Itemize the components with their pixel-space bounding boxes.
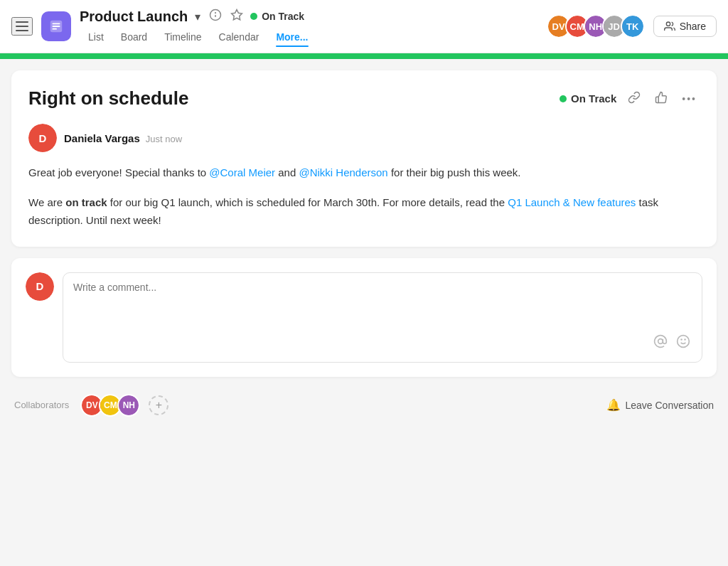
post-paragraph-2: We are on track for our big Q1 launch, w… (28, 193, 700, 230)
project-title: Product Launch (80, 9, 188, 25)
share-icon (664, 21, 675, 32)
tab-list[interactable]: List (80, 28, 112, 46)
post-status: On Track (560, 92, 616, 105)
more-options-icon[interactable]: ••• (679, 92, 700, 105)
mention-nikki-henderson[interactable]: @Nikki Henderson (299, 166, 387, 178)
header-right: DV CM NH JD TK Share (547, 14, 717, 38)
post-actions: On Track ••• (560, 90, 700, 107)
tab-more[interactable]: More... (267, 28, 316, 46)
like-icon[interactable] (652, 90, 670, 107)
svg-point-10 (678, 335, 690, 347)
post-paragraph-1: Great job everyone! Special thanks to @C… (28, 164, 700, 182)
post-body: Great job everyone! Special thanks to @C… (28, 164, 700, 230)
app-header: Product Launch ▾ On Track List B (0, 0, 728, 53)
nav-tabs: List Board Timeline Calendar More... (80, 28, 538, 46)
svg-point-9 (658, 338, 663, 343)
share-label: Share (680, 21, 706, 32)
svg-rect-1 (53, 23, 60, 24)
comment-card: D (11, 258, 717, 377)
q1-launch-link[interactable]: Q1 Launch & New features (508, 196, 636, 208)
post-header: Right on schedule On Track (28, 87, 700, 110)
add-collaborator-button[interactable]: + (149, 395, 168, 415)
progress-bar (0, 53, 728, 59)
comment-input-wrapper (63, 272, 702, 363)
leave-label: Leave Conversation (625, 400, 714, 411)
star-icon[interactable] (229, 7, 245, 26)
link-icon[interactable] (625, 90, 643, 107)
svg-point-8 (666, 22, 670, 26)
main-content: Right on schedule On Track (0, 59, 728, 434)
bell-icon: 🔔 (606, 398, 621, 412)
status-label: On Track (262, 11, 304, 22)
comment-input[interactable] (73, 282, 692, 327)
info-icon[interactable] (208, 7, 223, 26)
footer-row: Collaborators DV CM NH + 🔔 Leave Convers… (11, 388, 717, 422)
collaborators-section: Collaborators DV CM NH + (14, 394, 168, 417)
svg-marker-7 (232, 10, 242, 20)
author-row: D Daniela Vargas Just now (28, 124, 700, 152)
emoji-icon[interactable] (675, 333, 692, 353)
author-name: Daniela Vargas (64, 132, 140, 144)
comment-icon-row (73, 327, 692, 353)
app-logo (41, 11, 71, 41)
svg-rect-3 (53, 28, 57, 30)
bold-on-track: on track (65, 196, 107, 208)
post-status-dot (560, 95, 567, 102)
header-top-row: Product Launch ▾ On Track (80, 7, 538, 26)
svg-rect-2 (53, 26, 60, 27)
collab-avatar: NH (117, 394, 140, 417)
leave-conversation-button[interactable]: 🔔 Leave Conversation (606, 398, 714, 412)
post-card: Right on schedule On Track (11, 70, 717, 247)
status-dot (250, 13, 257, 20)
tab-calendar[interactable]: Calendar (210, 28, 268, 46)
mention-coral-meier[interactable]: @Coral Meier (209, 166, 275, 178)
author-info: Daniela Vargas Just now (64, 132, 182, 144)
author-avatar-img: D (28, 124, 57, 152)
collaborator-avatars: DV CM NH JD TK (547, 14, 645, 38)
author-avatar: D (28, 124, 57, 152)
tab-timeline[interactable]: Timeline (156, 28, 210, 46)
status-badge: On Track (250, 11, 304, 22)
menu-button[interactable] (11, 17, 33, 36)
at-mention-icon[interactable] (652, 333, 669, 353)
post-status-label: On Track (571, 92, 616, 105)
post-title: Right on schedule (28, 87, 188, 110)
chevron-down-icon[interactable]: ▾ (193, 9, 202, 25)
header-title-area: Product Launch ▾ On Track List B (80, 7, 538, 46)
commenter-avatar: D (26, 272, 54, 301)
tab-board[interactable]: Board (112, 28, 156, 46)
post-time: Just now (146, 134, 182, 144)
collab-avatars: DV CM NH (80, 394, 140, 417)
avatar: TK (621, 14, 645, 38)
collaborators-label: Collaborators (14, 400, 69, 410)
share-button[interactable]: Share (653, 16, 717, 37)
app-logo-icon (48, 18, 64, 34)
